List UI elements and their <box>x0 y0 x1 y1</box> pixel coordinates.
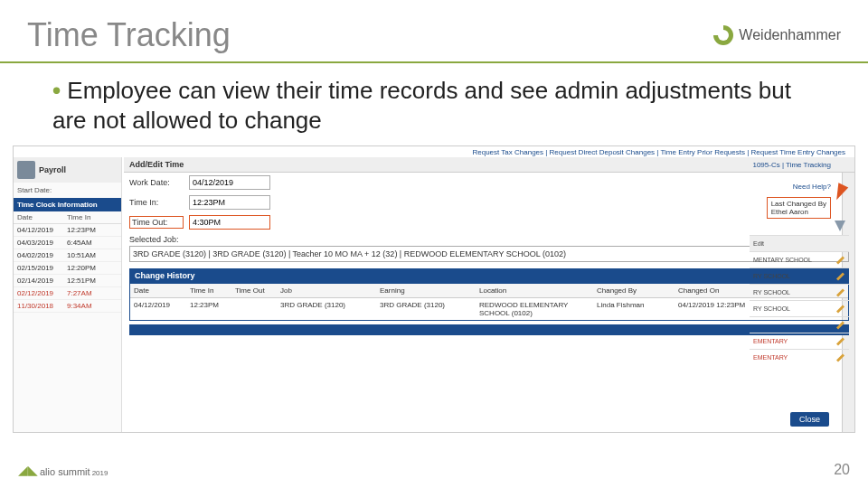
right-panel: Add/Edit Time 1095-Cs | Time Tracking Ne… <box>124 157 854 432</box>
pencil-icon[interactable] <box>836 272 845 281</box>
ch-location: REDWOOD ELEMENTARY SCHOOL (0102) <box>476 298 593 320</box>
extra-links[interactable]: 1095-Cs | Time Tracking <box>752 161 831 169</box>
time-in-input[interactable] <box>189 195 270 210</box>
payroll-label: Payroll <box>39 165 66 174</box>
slide-footer: ◢◣ alio summit 2019 20 <box>0 452 868 488</box>
pencil-icon[interactable] <box>836 337 845 346</box>
work-date-input[interactable] <box>189 175 270 190</box>
ch-timeout <box>231 298 277 320</box>
ch-col-earning: Earning <box>376 284 476 297</box>
ch-date: 04/12/2019 <box>130 298 186 320</box>
col-date: Date <box>17 213 67 221</box>
need-help-link[interactable]: Need Help? <box>793 183 831 191</box>
tci-row[interactable]: 04/03/20196:45AM <box>14 237 121 249</box>
pencil-icon[interactable] <box>836 321 845 330</box>
close-button[interactable]: Close <box>790 412 829 427</box>
footer-logo-text: alio summit <box>40 466 90 477</box>
edit-row[interactable]: EMENTARY <box>750 349 849 365</box>
ch-earning: 3RD GRADE (3120) <box>376 298 476 320</box>
tci-columns: Date Time In <box>14 211 121 224</box>
separator-bar <box>129 324 849 335</box>
bullet-point: Employee can view their time records and… <box>0 63 868 142</box>
footer-year: 2019 <box>92 469 108 477</box>
time-in-label: Time In: <box>129 198 184 207</box>
addedit-header: Add/Edit Time <box>124 157 854 173</box>
ch-timein: 12:23PM <box>186 298 231 320</box>
swirl-icon <box>713 25 733 45</box>
ch-col-location: Location <box>476 284 593 297</box>
pencil-icon[interactable] <box>836 288 845 297</box>
payroll-icon <box>17 161 35 179</box>
last-changed-value: Ethel Aaron <box>771 208 826 216</box>
selected-job-value[interactable]: 3RD GRADE (3120) | 3RD GRADE (3120) | Te… <box>129 246 849 262</box>
brand-text: Weidenhammer <box>739 27 841 43</box>
change-history-table: Date Time In Time Out Job Earning Locati… <box>129 283 849 321</box>
col-timein: Time In <box>67 213 90 221</box>
edit-row[interactable]: RY SCHOOL <box>750 267 849 284</box>
ch-changedby: Linda Fishman <box>593 298 675 320</box>
tci-row[interactable]: 04/12/201912:23PM <box>14 224 121 237</box>
top-nav-links[interactable]: Request Tax Changes | Request Direct Dep… <box>472 148 845 156</box>
brand-logo: Weidenhammer <box>713 25 841 45</box>
time-clock-header: Time Clock Information <box>14 198 121 211</box>
tci-row[interactable]: 02/14/201912:51PM <box>14 275 121 287</box>
time-out-input[interactable] <box>189 215 270 230</box>
ch-col-timeout: Time Out <box>231 284 277 297</box>
time-out-label: Time Out: <box>129 216 184 229</box>
edit-row[interactable]: MENTARY SCHOOL <box>750 251 849 267</box>
ch-col-job: Job <box>277 284 376 297</box>
left-panel: Payroll Start Date: Time Clock Informati… <box>14 157 122 432</box>
tci-row[interactable]: 11/30/20189:34AM <box>14 300 121 313</box>
ch-col-changedby: Changed By <box>593 284 675 297</box>
slide-title: Time Tracking <box>27 16 231 54</box>
start-date-label: Start Date: <box>14 183 121 198</box>
filter-icon[interactable] <box>750 219 849 235</box>
last-changed-box: Last Changed By Ethel Aaron <box>767 197 831 219</box>
work-date-label: Work Date: <box>129 178 184 187</box>
tci-row[interactable]: 02/15/201912:20PM <box>14 262 121 275</box>
edit-row[interactable]: EMENTARY <box>750 333 849 349</box>
ch-col-timein: Time In <box>186 284 231 297</box>
tci-row[interactable]: 02/12/20197:27AM <box>14 287 121 300</box>
last-changed-label: Last Changed By <box>771 200 826 208</box>
app-screenshot: Request Tax Changes | Request Direct Dep… <box>13 145 855 433</box>
mountain-icon: ◢◣ <box>18 463 38 477</box>
page-number: 20 <box>834 462 850 478</box>
right-edit-column: Edit MENTARY SCHOOLRY SCHOOLRY SCHOOLRY … <box>750 219 849 365</box>
selected-job-label: Selected Job: <box>129 235 849 244</box>
ch-job: 3RD GRADE (3120) <box>277 298 376 320</box>
change-history-header: Change History <box>129 268 849 283</box>
edit-row[interactable]: RY SCHOOL <box>750 300 849 316</box>
pencil-icon[interactable] <box>836 305 845 314</box>
change-history-row: 04/12/2019 12:23PM 3RD GRADE (3120) 3RD … <box>130 298 848 320</box>
edit-row[interactable]: RY SCHOOL <box>750 284 849 300</box>
edit-header: Edit <box>753 240 764 247</box>
ch-col-date: Date <box>130 284 186 297</box>
payroll-header: Payroll <box>14 157 121 183</box>
tci-row[interactable]: 04/02/201910:51AM <box>14 249 121 262</box>
footer-logo: ◢◣ alio summit 2019 <box>18 463 108 477</box>
pencil-icon[interactable] <box>836 353 845 362</box>
pencil-icon[interactable] <box>836 256 845 265</box>
edit-row[interactable] <box>750 316 849 333</box>
